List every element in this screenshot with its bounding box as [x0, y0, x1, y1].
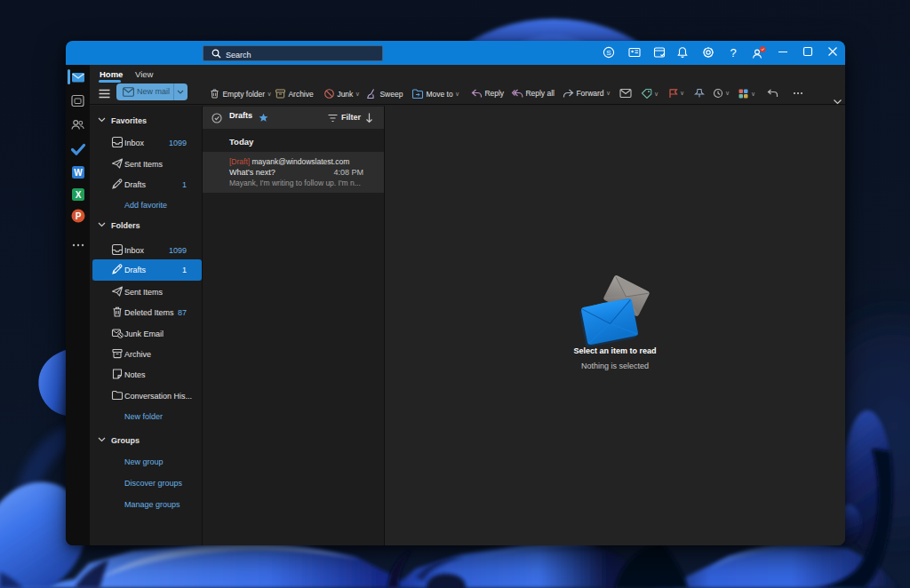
svg-text:P: P	[76, 211, 82, 221]
svg-text:S: S	[606, 49, 611, 57]
svg-text:X: X	[76, 190, 82, 200]
svg-text:W: W	[74, 168, 83, 178]
